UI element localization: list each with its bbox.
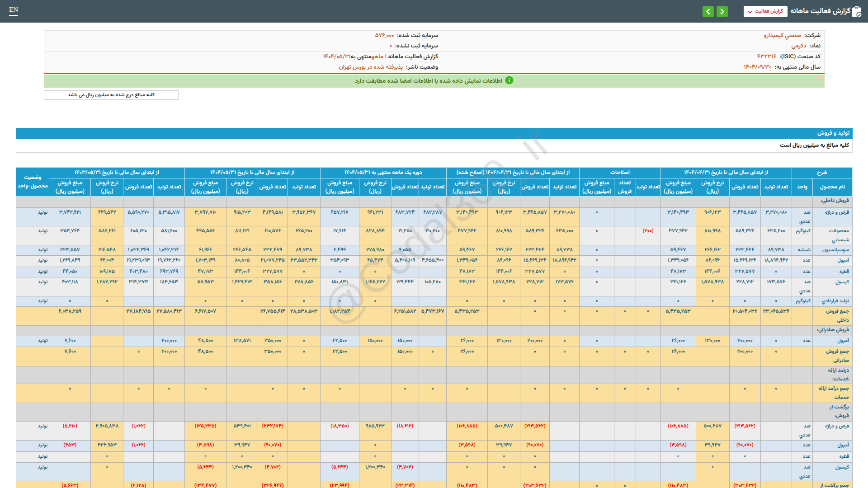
svg-text:i: i [509, 77, 510, 84]
